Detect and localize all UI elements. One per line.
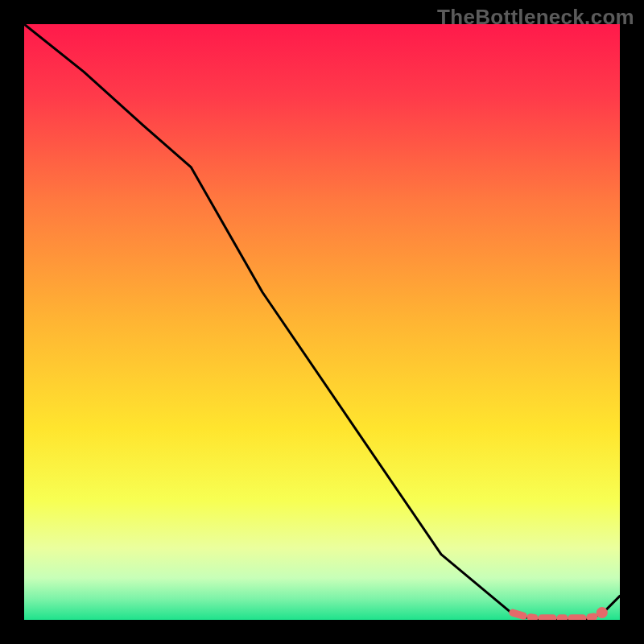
- chart-svg: [24, 24, 620, 620]
- chart-stage: TheBottleneck.com: [0, 0, 644, 644]
- gradient-background: [24, 24, 620, 620]
- marker-optimal-point: [597, 607, 608, 618]
- plot-area: [24, 24, 620, 620]
- marker-layer: [597, 607, 608, 618]
